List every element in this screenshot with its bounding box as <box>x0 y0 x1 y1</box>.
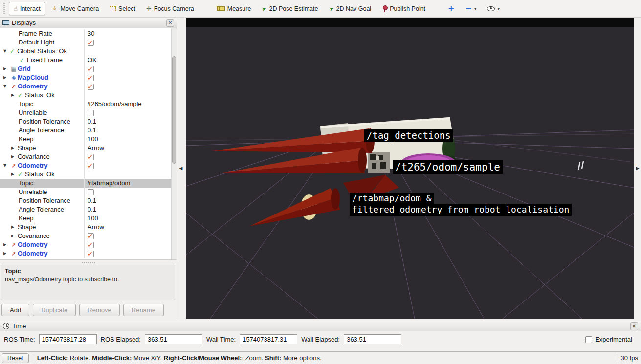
property-name: Position Tolerance <box>19 117 70 126</box>
remove-tool-button[interactable]: − ▾ <box>461 2 482 15</box>
tree-row-frame-rate[interactable]: Frame Rate30 <box>0 29 177 38</box>
checkbox[interactable] <box>88 163 94 169</box>
tool-move-camera[interactable]: ↔↕ Move Camera <box>46 2 104 15</box>
property-name: Default Light <box>19 38 54 47</box>
tree-row-position-tolerance[interactable]: Position Tolerance0.1 <box>0 196 177 205</box>
checkbox[interactable] <box>88 75 94 81</box>
wall-time-input[interactable] <box>240 334 297 344</box>
tree-row-fixed-frame[interactable]: ✓Fixed FrameOK <box>0 56 177 64</box>
checkbox[interactable] <box>88 40 94 46</box>
tree-row-angle-tolerance[interactable]: Angle Tolerance0.1 <box>0 126 177 135</box>
tree-row-mapcloud[interactable]: ▶◈MapCloud <box>0 73 177 82</box>
expand-down-icon[interactable]: ▼ <box>3 82 10 91</box>
tree-row-odometry-4[interactable]: ▶➚Odometry <box>0 249 177 258</box>
tool-publish-point[interactable]: Publish Point <box>377 2 430 15</box>
checkbox[interactable] <box>88 233 94 239</box>
checkbox[interactable] <box>88 84 94 90</box>
wall-elapsed-input[interactable] <box>344 334 401 344</box>
checkbox[interactable] <box>88 189 94 195</box>
nav-goal-arrow-icon: ➤ <box>328 4 335 12</box>
close-displays-button[interactable]: ✕ <box>166 19 174 27</box>
tree-row-position-tolerance[interactable]: Position Tolerance0.1 <box>0 117 177 126</box>
rviz-window: ☝ Interact ↔↕ Move Camera Select ✛ Focus… <box>0 0 641 364</box>
expand-right-icon[interactable]: ▶ <box>11 152 18 161</box>
tree-row-keep[interactable]: Keep100 <box>0 214 177 223</box>
tree-row-status-ok[interactable]: ▶✓Status: Ok <box>0 91 177 100</box>
displays-panel-titlebar[interactable]: Displays ✕ <box>0 18 177 28</box>
tool-2d-nav-goal[interactable]: ➤ 2D Nav Goal <box>324 2 376 15</box>
fps-counter: 30 fps <box>621 354 638 362</box>
expand-right-icon[interactable]: ▶ <box>11 144 18 152</box>
property-value: 0.1 <box>88 126 96 135</box>
duplicate-button[interactable]: Duplicate <box>33 304 76 316</box>
tool-label: 2D Pose Estimate <box>269 5 318 12</box>
add-tool-button[interactable]: + <box>443 2 459 15</box>
checkbox[interactable] <box>88 66 94 72</box>
scrollbar-thumb[interactable] <box>172 56 176 164</box>
toolbar-drag-handle[interactable] <box>3 3 5 15</box>
tree-row-shape[interactable]: ▶ShapeArrow <box>0 144 177 152</box>
left-splitter[interactable]: ◀ <box>177 18 186 319</box>
expand-down-icon[interactable]: ▼ <box>3 161 10 170</box>
add-button[interactable]: Add <box>1 304 29 316</box>
tree-row-grid[interactable]: ▶▦Grid <box>0 64 177 73</box>
tree-row-shape[interactable]: ▶ShapeArrow <box>0 223 177 232</box>
collapse-right-icon[interactable]: ▶ <box>635 164 641 171</box>
property-name: Angle Tolerance <box>19 126 64 135</box>
tree-row-angle-tolerance[interactable]: Angle Tolerance0.1 <box>0 205 177 214</box>
tool-visibility-button[interactable]: ▾ <box>482 2 505 15</box>
tree-row-status-ok[interactable]: ▶✓Status: Ok <box>0 170 177 179</box>
checkbox[interactable] <box>88 242 94 248</box>
3d-viewport[interactable]: /tag_detections /t265/odom/sample /rtabm… <box>186 18 634 319</box>
right-splitter[interactable]: ▶ <box>634 18 641 319</box>
tree-row-topic-2-selected[interactable]: Topic/rtabmap/odom <box>0 179 177 188</box>
remove-button[interactable]: Remove <box>79 304 119 316</box>
tree-row-unreliable[interactable]: Unreliable <box>0 108 177 117</box>
expand-right-icon[interactable]: ▶ <box>3 240 10 249</box>
tree-row-unreliable[interactable]: Unreliable <box>0 188 177 196</box>
tool-measure[interactable]: Measure <box>212 2 256 15</box>
tree-row-odometry-2[interactable]: ▼➚Odometry <box>0 161 177 170</box>
expand-right-icon[interactable]: ▶ <box>3 64 10 73</box>
expand-right-icon[interactable]: ▶ <box>11 232 18 240</box>
property-value: 30 <box>88 29 94 38</box>
tree-row-covariance[interactable]: ▶Covariance <box>0 152 177 161</box>
tool-2d-pose-estimate[interactable]: ➤ 2D Pose Estimate <box>257 2 323 15</box>
ros-time-label: ROS Time: <box>4 336 35 343</box>
panel-title: Time <box>12 322 26 330</box>
experimental-checkbox[interactable] <box>585 336 592 343</box>
checkbox[interactable] <box>88 110 94 116</box>
collapse-left-icon[interactable]: ◀ <box>178 164 184 171</box>
label-rtabmap-odom-line2: filtered odometry from robot_localisatio… <box>350 204 572 216</box>
tree-row-odometry-1[interactable]: ▼➚Odometry <box>0 82 177 91</box>
experimental-label: Experimental <box>595 336 632 343</box>
expand-right-icon[interactable]: ▶ <box>3 249 10 258</box>
tool-select[interactable]: Select <box>105 2 140 15</box>
tree-row-default-light[interactable]: Default Light <box>0 38 177 47</box>
tree-scrollbar[interactable] <box>171 28 177 259</box>
expand-right-icon[interactable]: ▶ <box>11 91 18 100</box>
rename-button[interactable]: Rename <box>123 304 164 316</box>
tool-interact[interactable]: ☝ Interact <box>9 2 45 15</box>
tree-row-keep[interactable]: Keep100 <box>0 135 177 144</box>
tree-row-odometry-3[interactable]: ▶➚Odometry <box>0 240 177 249</box>
close-time-button[interactable]: ✕ <box>630 322 638 330</box>
panel-splitter-handle[interactable] <box>0 260 177 264</box>
expand-down-icon[interactable]: ▼ <box>3 47 10 56</box>
expand-right-icon[interactable]: ▶ <box>11 170 18 179</box>
ros-elapsed-input[interactable] <box>145 334 202 344</box>
reset-button[interactable]: Reset <box>2 353 29 363</box>
tool-focus-camera[interactable]: ✛ Focus Camera <box>141 2 199 15</box>
expand-right-icon[interactable]: ▶ <box>11 223 18 232</box>
tree-row-topic-1[interactable]: Topic/t265/odom/sample <box>0 100 177 108</box>
tree-row-global-status[interactable]: ▼✓Global Status: Ok <box>0 47 177 56</box>
property-name: Position Tolerance <box>19 196 70 205</box>
tree-row-covariance[interactable]: ▶Covariance <box>0 232 177 240</box>
display-name: Odometry <box>18 249 47 258</box>
checkbox[interactable] <box>88 154 94 160</box>
checkbox[interactable] <box>88 251 94 257</box>
expand-right-icon[interactable]: ▶ <box>3 73 10 82</box>
time-panel-titlebar[interactable]: Time ✕ <box>0 321 641 331</box>
ros-time-input[interactable] <box>39 334 97 344</box>
property-name: Topic <box>19 100 33 108</box>
